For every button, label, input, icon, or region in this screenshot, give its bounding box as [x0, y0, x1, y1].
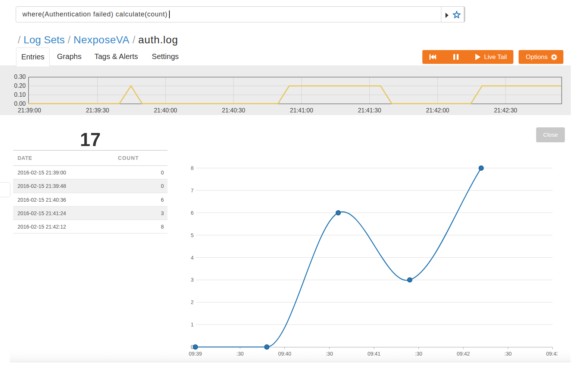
svg-text:0.30: 0.30 [14, 74, 26, 80]
svg-text:21:42:00: 21:42:00 [426, 107, 449, 114]
svg-text:21:40:00: 21:40:00 [154, 107, 177, 114]
svg-text:0.20: 0.20 [14, 83, 26, 89]
svg-text:0.10: 0.10 [14, 92, 26, 98]
svg-text:21:39:00: 21:39:00 [18, 107, 41, 114]
svg-text:3: 3 [191, 277, 194, 283]
svg-text::30: :30 [415, 351, 422, 357]
svg-text:4: 4 [191, 255, 194, 261]
svg-text:21:42:30: 21:42:30 [494, 107, 517, 114]
svg-text:5: 5 [191, 232, 194, 238]
svg-text:21:40:30: 21:40:30 [222, 107, 245, 114]
svg-text:1: 1 [191, 322, 194, 328]
svg-text:2: 2 [191, 299, 194, 305]
svg-text::30: :30 [237, 351, 244, 357]
svg-text:09:42: 09:42 [457, 351, 470, 357]
svg-text:09:40: 09:40 [278, 351, 291, 357]
svg-text:09:39: 09:39 [189, 351, 202, 357]
svg-text:09:43: 09:43 [546, 351, 557, 357]
svg-text:6: 6 [191, 210, 194, 216]
svg-text:7: 7 [191, 188, 194, 193]
svg-text:8: 8 [191, 165, 194, 171]
svg-text:21:41:00: 21:41:00 [290, 107, 313, 114]
svg-text:0.00: 0.00 [14, 100, 26, 107]
svg-text::30: :30 [504, 351, 512, 357]
svg-text:21:39:30: 21:39:30 [86, 107, 109, 114]
svg-text::30: :30 [326, 351, 333, 357]
svg-text:21:41:30: 21:41:30 [358, 107, 381, 114]
svg-text:09:41: 09:41 [368, 351, 381, 357]
